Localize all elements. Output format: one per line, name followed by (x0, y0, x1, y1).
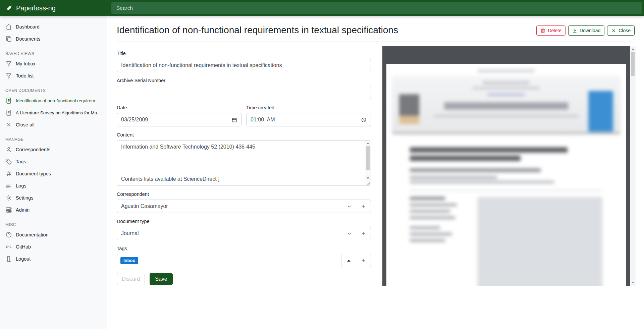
person-icon (5, 146, 12, 153)
add-tag-button[interactable] (356, 254, 371, 267)
sidebar-item-correspondents[interactable]: Correspondents (0, 144, 107, 156)
pdf-preview-pane (382, 46, 636, 286)
sidebar-item-close-all[interactable]: Close all (0, 119, 107, 131)
add-correspondent-button[interactable] (356, 200, 371, 213)
resize-grip-icon[interactable] (367, 181, 370, 185)
search-input[interactable] (111, 2, 642, 14)
asn-input[interactable] (117, 86, 371, 99)
sidebar-item-open-doc-1[interactable]: Identification of non-functional require… (0, 95, 107, 107)
sidebar-item-document-types[interactable]: Document types (0, 168, 107, 180)
discard-button[interactable]: Discard (117, 273, 145, 285)
journal-title-block (444, 102, 568, 110)
download-icon (572, 28, 577, 33)
pdf-blurred-content (386, 69, 626, 286)
time-created-input[interactable]: 01:00 AM (246, 113, 371, 126)
sidebar-item-github[interactable]: GitHub (0, 241, 107, 253)
sidebar-item-documentation[interactable]: Documentation (0, 229, 107, 241)
time-created-label: Time created (246, 105, 371, 110)
page-title: Identification of non-functional require… (117, 24, 398, 36)
sidebar-item-tags[interactable]: Tags (0, 156, 107, 168)
trash-icon (540, 28, 545, 33)
sidebar: Dashboard Documents SAVED VIEWS My Inbox… (0, 16, 107, 329)
content-textarea[interactable]: Information and Software Technology 52 (… (117, 140, 371, 186)
sidebar-item-todo-list[interactable]: Todo list (0, 70, 107, 82)
tag-badge-inbox: Inbox (120, 257, 138, 264)
home-icon (5, 23, 12, 30)
article-info-column (410, 197, 465, 286)
logs-icon (5, 182, 12, 189)
chevron-down-icon (347, 231, 352, 236)
toggles-icon (5, 207, 12, 213)
door-icon (5, 256, 12, 262)
close-button[interactable]: Close (607, 25, 635, 36)
leaf-icon (5, 4, 13, 12)
preview-scrollbar (630, 46, 636, 286)
save-button[interactable]: Save (150, 273, 172, 285)
content-scrollbar (365, 141, 371, 185)
preview-scrollbar-thumb[interactable] (631, 52, 635, 76)
sidebar-item-open-doc-2[interactable]: A Literature Survey on Algorithms for Mu… (0, 107, 107, 119)
filter-icon (5, 60, 12, 67)
chevron-down-icon (347, 204, 352, 209)
tags-label: Tags (117, 246, 371, 251)
content-scrollbar-thumb[interactable] (366, 146, 370, 170)
plus-icon (361, 258, 366, 263)
download-button[interactable]: Download (568, 25, 604, 36)
pdf-page (386, 64, 626, 286)
journal-header-banner (392, 76, 621, 134)
section-header-open-documents: OPEN DOCUMENTS (5, 88, 102, 93)
gear-icon (5, 195, 12, 201)
tags-dropdown-toggle-button[interactable] (341, 254, 356, 267)
document-actions: Delete Download Close (536, 25, 635, 36)
link-icon (5, 243, 12, 250)
title-label: Title (117, 51, 371, 56)
navbar-search-area (107, 0, 644, 16)
filter-icon (5, 72, 12, 79)
clock-icon[interactable] (361, 117, 367, 123)
calendar-icon[interactable] (231, 117, 237, 123)
journal-logo (399, 94, 419, 116)
close-icon (5, 121, 12, 128)
sidebar-item-settings[interactable]: Settings (0, 192, 107, 204)
asn-label: Archive Serial Number (117, 78, 371, 83)
date-input[interactable]: 03/25/2009 (117, 113, 241, 126)
brand-link[interactable]: Paperless-ng (0, 0, 107, 16)
file-text-icon (5, 109, 12, 116)
section-header-saved-views: SAVED VIEWS (5, 51, 102, 56)
x-icon (611, 28, 616, 33)
caret-up-icon (347, 260, 351, 262)
sidebar-item-dashboard[interactable]: Dashboard (0, 21, 107, 33)
scroll-up-arrow-icon[interactable] (630, 47, 636, 52)
add-document-type-button[interactable] (356, 227, 371, 240)
tag-icon (5, 158, 12, 165)
correspondent-select[interactable]: Agustin Casamayor (117, 200, 356, 213)
sidebar-item-logs[interactable]: Logs (0, 180, 107, 192)
scroll-down-arrow-icon[interactable] (630, 280, 636, 285)
section-header-misc: MISC (5, 222, 102, 227)
paper-title-line (410, 147, 568, 153)
journal-cover-thumbnail (588, 91, 613, 132)
brand-label: Paperless-ng (16, 4, 56, 12)
sidebar-item-my-inbox[interactable]: My Inbox (0, 58, 107, 70)
plus-icon (361, 231, 366, 236)
title-input[interactable] (117, 59, 371, 72)
sidebar-item-logout[interactable]: Logout (0, 253, 107, 265)
sidebar-item-admin[interactable]: Admin (0, 204, 107, 216)
section-header-manage: MANAGE (5, 137, 102, 142)
page-header: Identification of non-functional require… (117, 24, 635, 42)
document-type-select[interactable]: Journal (117, 227, 356, 240)
paper-authors-line (410, 168, 541, 172)
scroll-up-arrow-icon[interactable] (365, 141, 371, 146)
correspondent-label: Correspondent (117, 191, 371, 197)
date-label: Date (117, 105, 241, 110)
content-label: Content (117, 132, 371, 138)
tags-input[interactable]: Inbox (117, 254, 341, 267)
scroll-down-arrow-icon[interactable] (365, 176, 371, 181)
sidebar-item-documents[interactable]: Documents (0, 33, 107, 45)
plus-icon (361, 204, 366, 209)
documents-icon (5, 36, 12, 42)
delete-button[interactable]: Delete (536, 25, 565, 36)
abstract-column (477, 197, 602, 286)
document-edit-form: Title Archive Serial Number Date 03/25/2… (117, 42, 371, 285)
top-navbar: Paperless-ng (0, 0, 644, 16)
